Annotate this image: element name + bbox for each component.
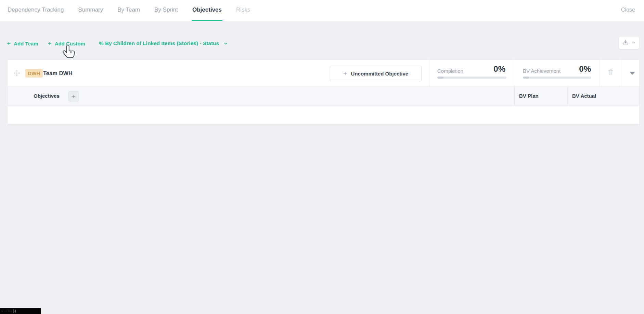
completion-label: Completion [437, 68, 463, 74]
tab-summary[interactable]: Summary [77, 0, 104, 21]
divider [621, 60, 621, 86]
plus-icon: + [343, 70, 347, 77]
add-custom-button[interactable]: + Add Custom [48, 40, 85, 47]
bv-achievement-progress-bar [523, 77, 591, 79]
plus-icon: + [48, 40, 52, 47]
add-team-button[interactable]: + Add Team [7, 40, 38, 47]
empty-objectives-row [8, 106, 639, 124]
add-custom-label: Add Custom [55, 41, 85, 46]
team-card-header: DWH Team DWH + Uncommitted Objective Com… [8, 60, 639, 86]
completion-value: 0% [480, 64, 505, 74]
objectives-toolbar: + Add Team + Add Custom % By Children of… [7, 37, 228, 50]
trash-icon [607, 69, 614, 77]
divider [567, 87, 568, 105]
close-button[interactable]: Close [621, 0, 635, 21]
add-uncommitted-objective-button[interactable]: + Uncommitted Objective [330, 66, 422, 81]
screen-capture-overlay: · ··· ···· (·) [0, 308, 41, 314]
top-tab-bar: Dependency Tracking Summary By Team By S… [0, 0, 644, 21]
delete-team-button[interactable] [606, 68, 615, 78]
rollup-mode-label: % By Children of Linked Items (Stories) … [99, 40, 219, 46]
bv-achievement-label: BV Achievement [523, 68, 561, 74]
tab-risks[interactable]: Risks [235, 0, 251, 21]
chevron-down-icon [223, 41, 228, 46]
objectives-table-header: Objectives + BV Plan BV Actual [8, 86, 639, 106]
collapse-team-button[interactable] [629, 70, 636, 76]
plus-icon: + [7, 40, 11, 47]
team-name: Team DWH [43, 70, 73, 77]
bv-achievement-value: 0% [565, 64, 591, 74]
add-team-label: Add Team [14, 41, 38, 46]
team-badge: DWH [25, 69, 43, 78]
tab-dependency-tracking[interactable]: Dependency Tracking [7, 0, 64, 21]
completion-progress-bar [437, 77, 506, 79]
caret-down-icon [630, 72, 635, 75]
download-icon [622, 39, 629, 47]
divider [600, 60, 600, 86]
export-download-button[interactable] [619, 37, 639, 49]
divider [514, 87, 515, 105]
objectives-column-header: Objectives [34, 93, 60, 99]
bv-plan-column-header: BV Plan [519, 93, 539, 99]
uncommitted-objective-label: Uncommitted Objective [351, 71, 409, 77]
team-objectives-card: DWH Team DWH + Uncommitted Objective Com… [8, 60, 639, 124]
tab-by-sprint[interactable]: By Sprint [154, 0, 179, 21]
add-objective-button[interactable]: + [68, 91, 79, 101]
divider [514, 60, 514, 86]
rollup-mode-dropdown[interactable]: % By Children of Linked Items (Stories) … [99, 40, 228, 46]
move-icon[interactable] [13, 69, 21, 77]
divider [429, 60, 429, 86]
tab-by-team[interactable]: By Team [117, 0, 141, 21]
bv-actual-column-header: BV Actual [572, 93, 596, 99]
tab-objectives[interactable]: Objectives [192, 0, 222, 21]
chevron-down-icon [631, 40, 636, 46]
